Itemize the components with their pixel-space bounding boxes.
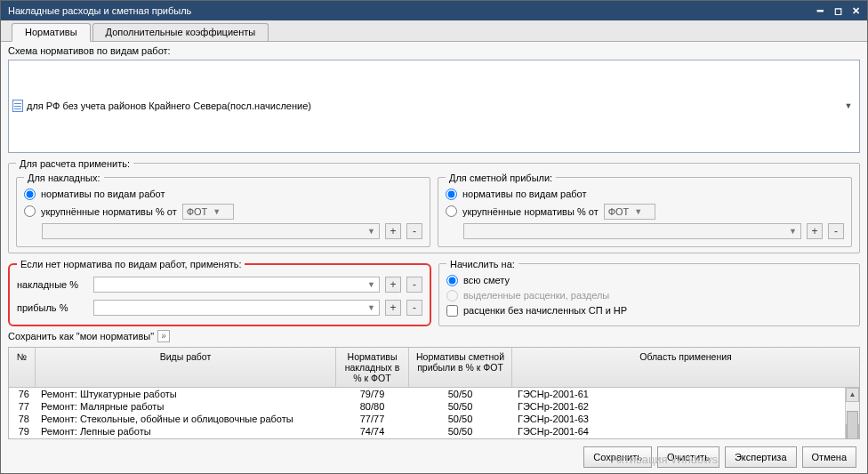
save-button[interactable]: Сохранить <box>583 446 652 468</box>
scheme-label: Схема нормативов по видам работ: <box>8 45 171 56</box>
cell-area: ГЭСНр-2001-63 <box>512 413 845 425</box>
cell-sp: 50/50 <box>409 425 512 438</box>
apply-without-check[interactable] <box>446 305 458 317</box>
chevron-down-icon: ▼ <box>213 207 221 216</box>
chevron-down-icon: ▼ <box>367 227 375 236</box>
fallback-profit-combo[interactable]: ▼ <box>93 300 380 316</box>
table-row[interactable]: 76Ремонт: Штукатурные работы79/7950/50ГЭ… <box>9 388 845 400</box>
calc-legend: Для расчета применить: <box>16 158 133 169</box>
overhead-minus-button[interactable]: - <box>406 223 422 239</box>
cell-nak: 74/74 <box>336 438 409 439</box>
fallback-overhead-plus[interactable]: + <box>385 277 401 293</box>
profit-value-combo[interactable]: ▼ <box>463 223 801 239</box>
apply-selected-radio <box>446 290 458 301</box>
table-row[interactable]: 80Ремонт: Внутренние санитарно-техническ… <box>9 438 845 439</box>
scroll-thumb[interactable] <box>847 411 858 439</box>
overhead-legend: Для накладных: <box>24 173 104 183</box>
tabs: Нормативы Дополнительные коэффициенты <box>1 20 867 42</box>
titlebar: Накладные расходы и сметная прибыль ━ ◻ … <box>1 1 867 20</box>
table-row[interactable]: 78Ремонт: Стекольные, обойные и облицово… <box>9 413 845 425</box>
chevron-down-icon: ▼ <box>789 227 797 236</box>
cell-area: ГЭСНр-2001-64 <box>512 425 845 438</box>
profit-legend: Для сметной прибыли: <box>446 173 556 183</box>
maximize-button[interactable]: ◻ <box>830 4 846 18</box>
cell-nak: 74/74 <box>336 425 409 438</box>
cell-no: 78 <box>9 413 36 425</box>
th-nak[interactable]: Нормативы накладных в % к ФОТ <box>336 348 409 387</box>
overhead-radio-enlarged[interactable] <box>24 205 36 217</box>
profit-radio-by-type[interactable] <box>446 189 457 200</box>
save-as-expand-button[interactable]: » <box>157 330 170 342</box>
chevron-down-icon: ▼ <box>367 303 375 312</box>
fallback-overhead-minus[interactable]: - <box>406 277 422 293</box>
expert-button[interactable]: Экспертиза <box>725 446 797 468</box>
footer: Активация Windows Сохранить Очистить Экс… <box>8 439 860 468</box>
cell-area: ГЭСНр-2001-61 <box>512 388 845 400</box>
th-area[interactable]: Область применения <box>512 348 859 387</box>
cell-area: ГЭСНр-2001-62 <box>512 400 845 413</box>
save-as-label: Сохранить как "мои нормативы" <box>8 331 154 341</box>
cell-no: 79 <box>9 425 36 438</box>
minimize-button[interactable]: ━ <box>812 4 828 18</box>
th-no[interactable]: № <box>9 348 36 387</box>
cell-name: Ремонт: Малярные работы <box>36 400 336 413</box>
fallback-legend: Если нет норматива по видам работ, приме… <box>17 259 245 269</box>
profit-base-combo[interactable]: ФОТ▼ <box>604 204 655 220</box>
table-body[interactable]: 76Ремонт: Штукатурные работы79/7950/50ГЭ… <box>9 388 845 439</box>
scheme-combo[interactable]: для РФ без учета районов Крайнего Севера… <box>8 60 860 153</box>
profit-minus-button[interactable]: - <box>828 223 844 239</box>
table-row[interactable]: 77Ремонт: Малярные работы80/8050/50ГЭСНр… <box>9 400 845 413</box>
th-sp[interactable]: Нормативы сметной прибыли в % к ФОТ <box>409 348 512 387</box>
tab-normatives[interactable]: Нормативы <box>12 23 91 42</box>
apply-selected-label: выделенные расценки, разделы <box>463 290 609 301</box>
cell-nak: 77/77 <box>336 413 409 425</box>
close-button[interactable]: ✕ <box>848 4 864 18</box>
overhead-radio-by-type[interactable] <box>24 189 36 200</box>
apply-without-label: расценки без начисленных СП и НР <box>463 305 627 316</box>
content: Схема нормативов по видам работ: для РФ … <box>1 42 867 473</box>
overhead-value-combo[interactable]: ▼ <box>42 223 380 239</box>
cell-sp: 50/50 <box>409 400 512 413</box>
overhead-plus-button[interactable]: + <box>385 223 401 239</box>
clear-button[interactable]: Очистить <box>657 446 719 468</box>
cell-sp: 50/50 <box>409 438 512 439</box>
fallback-overhead-combo[interactable]: ▼ <box>93 277 380 293</box>
table-header: № Виды работ Нормативы накладных в % к Ф… <box>9 348 859 388</box>
cancel-button[interactable]: Отмена <box>802 446 856 468</box>
cell-nak: 80/80 <box>336 400 409 413</box>
apply-all-radio[interactable] <box>446 275 458 286</box>
apply-to-group: Начислить на: всю смету выделенные расце… <box>438 259 860 326</box>
window-title: Накладные расходы и сметная прибыль <box>8 5 812 16</box>
calc-group: Для расчета применить: Для накладных: но… <box>8 158 860 253</box>
fallback-profit-plus[interactable]: + <box>385 300 401 316</box>
cell-nak: 79/79 <box>336 388 409 400</box>
overhead-by-type-label: нормативы по видам работ <box>41 189 165 199</box>
cell-name: Ремонт: Штукатурные работы <box>36 388 336 400</box>
fallback-group: Если нет норматива по видам работ, приме… <box>8 259 431 326</box>
tab-coefficients[interactable]: Дополнительные коэффициенты <box>92 23 269 41</box>
profit-by-type-label: нормативы по видам работ <box>462 189 586 199</box>
scroll-track[interactable] <box>846 402 859 425</box>
fallback-profit-minus[interactable]: - <box>406 300 422 316</box>
overhead-group: Для накладных: нормативы по видам работ … <box>16 173 430 247</box>
window: Накладные расходы и сметная прибыль ━ ◻ … <box>0 0 868 474</box>
scrollbar[interactable]: ▲ ▼ <box>845 388 859 439</box>
table-row[interactable]: 79Ремонт: Лепные работы74/7450/50ГЭСНр-2… <box>9 425 845 438</box>
fallback-overhead-label: накладные % <box>17 279 88 290</box>
cell-no: 77 <box>9 400 36 413</box>
scroll-up-button[interactable]: ▲ <box>846 388 859 402</box>
overhead-enlarged-label: укрупнённые нормативы % от <box>41 206 177 217</box>
chevron-down-icon: ▼ <box>367 280 375 289</box>
chevron-down-icon: ▼ <box>841 101 856 110</box>
cell-no: 76 <box>9 388 36 400</box>
th-name[interactable]: Виды работ <box>36 348 336 387</box>
document-icon <box>12 100 23 112</box>
overhead-base-combo[interactable]: ФОТ▼ <box>182 204 234 220</box>
cell-no: 80 <box>9 438 36 439</box>
cell-name: Ремонт: Лепные работы <box>36 425 336 438</box>
fallback-profit-label: прибыль % <box>17 302 88 313</box>
apply-to-legend: Начислить на: <box>446 259 518 269</box>
cell-name: Ремонт: Стекольные, обойные и облицовочн… <box>36 413 336 425</box>
profit-radio-enlarged[interactable] <box>446 205 457 217</box>
profit-plus-button[interactable]: + <box>807 223 823 239</box>
